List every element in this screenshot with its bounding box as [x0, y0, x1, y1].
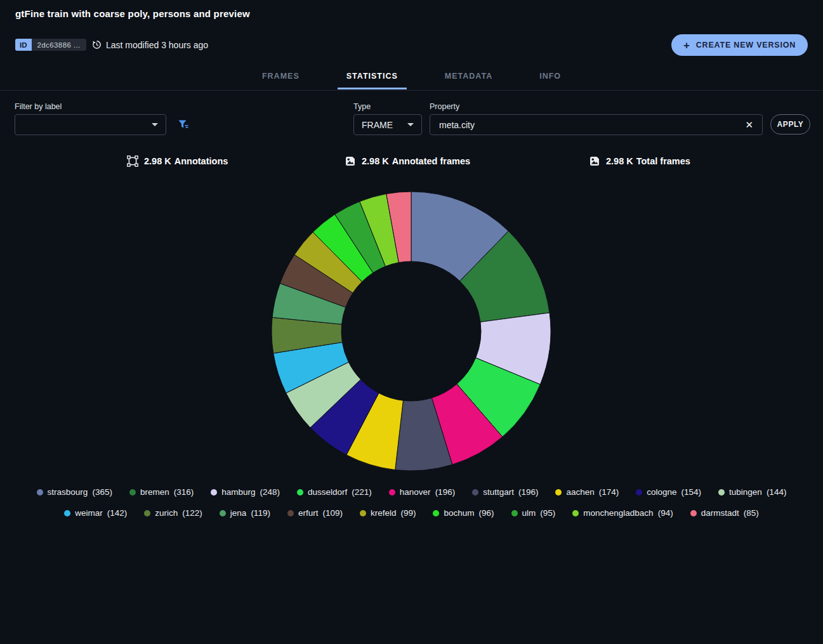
- legend-dot: [144, 510, 150, 516]
- property-label: Property: [430, 102, 459, 111]
- legend-label: hamburg: [221, 487, 255, 497]
- stat-label: Annotations: [174, 156, 228, 166]
- legend-count: (365): [92, 487, 112, 497]
- legend-item-bremen[interactable]: bremen(316): [129, 487, 194, 497]
- clear-icon[interactable]: ✕: [740, 119, 753, 131]
- legend-label: aachen: [566, 487, 594, 497]
- tab-metadata[interactable]: METADATA: [436, 65, 501, 89]
- legend-dot: [37, 489, 43, 496]
- legend-item-hanover[interactable]: hanover(196): [389, 487, 455, 497]
- legend-label: weimar: [75, 508, 103, 518]
- last-modified: Last modified 3 hours ago: [91, 38, 208, 51]
- legend-item-darmstadt[interactable]: darmstadt(85): [690, 508, 759, 518]
- legend-item-dusseldorf[interactable]: dusseldorf(221): [297, 487, 372, 497]
- legend-count: (174): [599, 487, 619, 497]
- legend-count: (95): [540, 508, 555, 518]
- legend-item-weimar[interactable]: weimar(142): [64, 508, 127, 518]
- legend-dot: [287, 510, 294, 516]
- filter-button[interactable]: [177, 118, 190, 131]
- plus-icon: +: [683, 40, 690, 51]
- stat-annotations: 2.98 K Annotations: [127, 155, 228, 168]
- image-icon: [345, 155, 356, 167]
- legend-label: zurich: [155, 508, 178, 518]
- legend-count: (94): [658, 508, 673, 518]
- stat-value: 2.98 K: [606, 156, 633, 166]
- legend-label: erfurt: [298, 508, 319, 518]
- tab-info[interactable]: INFO: [530, 65, 570, 89]
- legend-label: jena: [230, 508, 247, 518]
- legend-label: bochum: [444, 508, 474, 518]
- legend-dot: [555, 489, 562, 496]
- stat-annotated-frames: 2.98 K Annotated frames: [345, 155, 470, 168]
- stat-total-frames: 2.98 K Total frames: [589, 155, 690, 168]
- legend-label: monchengladbach: [583, 508, 653, 518]
- legend-dot: [433, 510, 439, 516]
- legend-label: dusseldorf: [308, 487, 347, 497]
- legend-dot: [211, 489, 217, 496]
- stat-value: 2.98 K: [362, 156, 389, 166]
- legend-count: (196): [518, 487, 539, 497]
- create-new-version-label: CREATE NEW VERSION: [696, 41, 796, 49]
- legend-label: tubingen: [729, 487, 762, 497]
- legend-item-ulm[interactable]: ulm(95): [511, 508, 556, 518]
- legend-item-hamburg[interactable]: hamburg(248): [211, 487, 280, 497]
- legend-dot: [64, 510, 70, 516]
- legend-label: ulm: [522, 508, 536, 518]
- legend-item-tubingen[interactable]: tubingen(144): [718, 487, 786, 497]
- legend-item-monchengladbach[interactable]: monchengladbach(94): [572, 508, 673, 518]
- property-input[interactable]: [439, 120, 740, 130]
- legend-count: (122): [182, 508, 202, 518]
- legend-dot: [572, 510, 579, 516]
- id-badge-label: ID: [15, 39, 32, 51]
- legend-count: (99): [400, 508, 416, 518]
- id-badge-value: 2dc63886 ...: [32, 39, 86, 51]
- tabs-divider: [0, 90, 823, 91]
- legend-label: darmstadt: [701, 508, 739, 518]
- create-new-version-button[interactable]: + CREATE NEW VERSION: [671, 34, 808, 56]
- legend-count: (96): [479, 508, 494, 518]
- history-icon: [91, 39, 102, 50]
- tab-frames[interactable]: FRAMES: [253, 65, 308, 89]
- image-icon: [589, 155, 600, 167]
- legend-item-stuttgart[interactable]: stuttgart(196): [472, 487, 538, 497]
- legend-dot: [389, 489, 395, 496]
- type-select-value: FRAME: [362, 120, 393, 130]
- legend-count: (196): [435, 487, 456, 497]
- type-label: Type: [353, 102, 371, 111]
- legend-item-jena[interactable]: jena(119): [220, 508, 270, 518]
- filter-icon: [177, 118, 190, 131]
- legend-count: (109): [322, 508, 343, 518]
- legend-label: krefeld: [371, 508, 397, 518]
- property-inputbox: ✕: [430, 114, 763, 135]
- chart-legend-row: strasbourg(365)bremen(316)hamburg(248)du…: [0, 487, 823, 497]
- legend-item-bochum[interactable]: bochum(96): [433, 508, 494, 518]
- legend-dot: [360, 510, 366, 516]
- type-select[interactable]: FRAME: [353, 114, 422, 135]
- legend-item-aachen[interactable]: aachen(174): [555, 487, 619, 497]
- legend-label: stuttgart: [483, 487, 514, 497]
- id-badge[interactable]: ID 2dc63886 ...: [15, 39, 86, 51]
- legend-count: (316): [174, 487, 194, 497]
- tab-statistics[interactable]: STATISTICS: [338, 65, 407, 89]
- legend-count: (119): [251, 508, 270, 518]
- legend-dot: [718, 489, 725, 496]
- stat-value: 2.98 K: [144, 156, 171, 166]
- legend-count: (85): [744, 508, 759, 518]
- label-filter-select[interactable]: [15, 114, 166, 135]
- apply-button[interactable]: APPLY: [770, 114, 810, 135]
- legend-dot: [511, 510, 518, 516]
- legend-label: bremen: [140, 487, 169, 497]
- legend-item-cologne[interactable]: cologne(154): [636, 487, 701, 497]
- legend-dot: [690, 510, 697, 516]
- legend-item-zurich[interactable]: zurich(122): [144, 508, 202, 518]
- chevron-down-icon: [152, 123, 158, 126]
- legend-item-erfurt[interactable]: erfurt(109): [287, 508, 343, 518]
- legend-dot: [472, 489, 478, 496]
- chevron-down-icon: [407, 123, 414, 126]
- legend-label: cologne: [647, 487, 676, 497]
- legend-item-krefeld[interactable]: krefeld(99): [360, 508, 416, 518]
- legend-dot: [129, 489, 136, 496]
- legend-item-strasbourg[interactable]: strasbourg(365): [37, 487, 112, 497]
- legend-count: (248): [260, 487, 280, 497]
- legend-count: (142): [107, 508, 128, 518]
